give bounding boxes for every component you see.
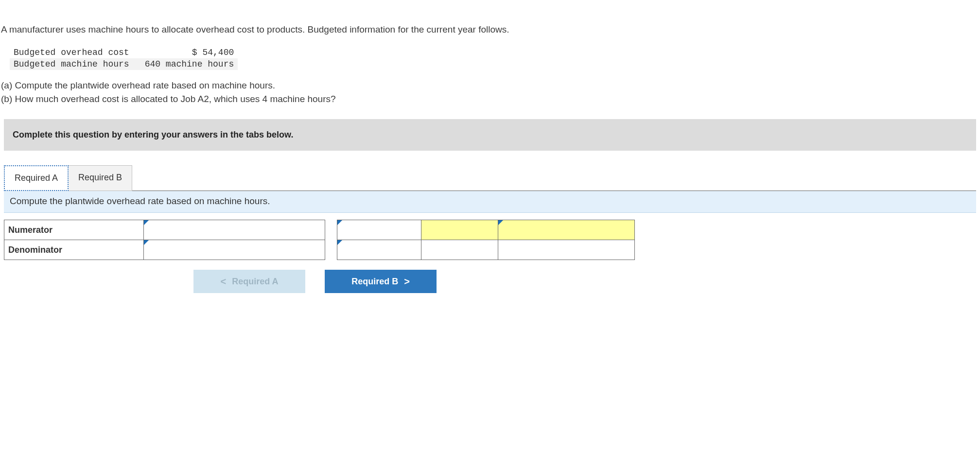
denominator-result-cell[interactable] [421, 240, 498, 260]
question-b-text: (b) How much overhead cost is allocated … [1, 92, 980, 106]
spacer [325, 220, 337, 240]
numerator-dropdown-2[interactable] [337, 220, 421, 240]
given-label-cell: Budgeted machine hours [10, 58, 133, 70]
dropdown-flag-icon [337, 220, 342, 225]
numerator-label: Numerator [4, 220, 144, 240]
denominator-dropdown-2[interactable] [337, 240, 421, 260]
given-value-cell: 640 machine hours [133, 58, 238, 70]
table-row: Numerator [4, 220, 635, 240]
nav-buttons-row: < Required A Required B > [4, 270, 626, 293]
chevron-left-icon: < [220, 276, 226, 287]
numerator-result-cell[interactable] [421, 220, 498, 240]
tabs-row: Required A Required B [4, 165, 980, 191]
answer-table: Numerator Denominator [4, 220, 635, 260]
numerator-dropdown-3[interactable] [498, 220, 635, 240]
spacer [325, 240, 337, 260]
tab-required-a[interactable]: Required A [4, 165, 69, 191]
dropdown-flag-icon [144, 220, 149, 225]
problem-intro: A manufacturer uses machine hours to all… [1, 24, 980, 35]
tab-required-b[interactable]: Required B [68, 165, 132, 191]
next-button-label: Required B [351, 277, 398, 287]
prev-required-a-button[interactable]: < Required A [193, 270, 305, 293]
prev-button-label: Required A [232, 277, 278, 287]
table-row: Budgeted machine hours 640 machine hours [10, 58, 238, 70]
numerator-dropdown-1[interactable] [144, 220, 325, 240]
dropdown-flag-icon [337, 240, 342, 245]
denominator-label: Denominator [4, 240, 144, 260]
table-row: Denominator [4, 240, 635, 260]
table-row: Budgeted overhead cost $ 54,400 [10, 47, 238, 58]
given-label-cell: Budgeted overhead cost [10, 47, 133, 58]
instruction-banner: Complete this question by entering your … [4, 119, 976, 151]
dropdown-flag-icon [144, 240, 149, 245]
chevron-right-icon: > [404, 276, 410, 287]
dropdown-flag-icon [498, 220, 503, 225]
denominator-dropdown-1[interactable] [144, 240, 325, 260]
given-value-cell: $ 54,400 [133, 47, 238, 58]
next-required-b-button[interactable]: Required B > [325, 270, 437, 293]
question-a-text: (a) Compute the plantwide overhead rate … [1, 79, 980, 92]
given-data-table: Budgeted overhead cost $ 54,400 Budgeted… [10, 47, 238, 70]
tab-instruction: Compute the plantwide overhead rate base… [4, 191, 976, 213]
denominator-extra-cell[interactable] [498, 240, 635, 260]
